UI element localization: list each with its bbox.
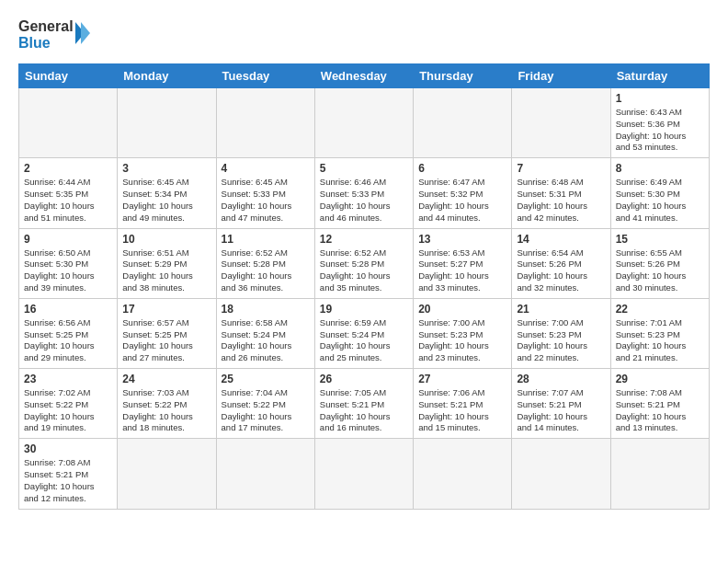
day-number: 27 (418, 373, 506, 385)
day-info: Sunrise: 7:00 AMSunset: 5:23 PMDaylight:… (418, 317, 506, 364)
calendar-cell: 9Sunrise: 6:50 AMSunset: 5:30 PMDaylight… (19, 228, 118, 298)
day-info: Sunrise: 7:01 AMSunset: 5:23 PMDaylight:… (616, 317, 704, 364)
day-number: 16 (24, 303, 112, 316)
day-info: Sunrise: 6:44 AMSunset: 5:35 PMDaylight:… (24, 177, 112, 224)
day-number: 28 (517, 373, 605, 385)
header: GeneralBlue (18, 15, 710, 56)
calendar-cell: 1Sunrise: 6:43 AMSunset: 5:36 PMDaylight… (610, 88, 709, 158)
calendar-cell (610, 439, 709, 509)
day-info: Sunrise: 6:49 AMSunset: 5:30 PMDaylight:… (616, 177, 704, 224)
calendar-cell: 29Sunrise: 7:08 AMSunset: 5:21 PMDayligh… (610, 369, 709, 439)
weekday-header-tuesday: Tuesday (216, 64, 314, 88)
calendar-cell: 18Sunrise: 6:58 AMSunset: 5:24 PMDayligh… (216, 298, 314, 368)
day-info: Sunrise: 7:05 AMSunset: 5:21 PMDaylight:… (320, 387, 408, 434)
calendar-cell (512, 439, 610, 509)
logo-area: GeneralBlue (18, 15, 92, 56)
day-info: Sunrise: 6:57 AMSunset: 5:25 PMDaylight:… (122, 317, 210, 364)
calendar-week-6: 30Sunrise: 7:08 AMSunset: 5:21 PMDayligh… (19, 439, 710, 509)
day-number: 5 (320, 162, 408, 175)
day-number: 26 (320, 373, 408, 385)
weekday-header-thursday: Thursday (414, 64, 512, 88)
calendar-cell: 20Sunrise: 7:00 AMSunset: 5:23 PMDayligh… (414, 298, 512, 368)
calendar-cell: 10Sunrise: 6:51 AMSunset: 5:29 PMDayligh… (118, 228, 216, 298)
calendar-cell: 5Sunrise: 6:46 AMSunset: 5:33 PMDaylight… (314, 158, 413, 228)
calendar-cell: 7Sunrise: 6:48 AMSunset: 5:31 PMDaylight… (512, 158, 610, 228)
day-info: Sunrise: 7:04 AMSunset: 5:22 PMDaylight:… (222, 387, 310, 434)
day-info: Sunrise: 6:53 AMSunset: 5:27 PMDaylight:… (418, 247, 506, 294)
calendar-cell (314, 439, 413, 509)
day-number: 22 (616, 303, 704, 316)
calendar-cell (118, 88, 216, 158)
calendar-cell (216, 88, 314, 158)
day-number: 19 (320, 303, 408, 316)
calendar-cell (314, 88, 413, 158)
day-number: 8 (616, 162, 704, 175)
calendar-cell: 17Sunrise: 6:57 AMSunset: 5:25 PMDayligh… (118, 298, 216, 368)
calendar-week-4: 16Sunrise: 6:56 AMSunset: 5:25 PMDayligh… (19, 298, 710, 368)
day-info: Sunrise: 6:47 AMSunset: 5:32 PMDaylight:… (418, 177, 506, 224)
day-number: 24 (122, 373, 210, 385)
calendar-cell: 30Sunrise: 7:08 AMSunset: 5:21 PMDayligh… (19, 439, 118, 509)
day-info: Sunrise: 6:52 AMSunset: 5:28 PMDaylight:… (222, 247, 310, 294)
calendar-cell: 25Sunrise: 7:04 AMSunset: 5:22 PMDayligh… (216, 369, 314, 439)
day-info: Sunrise: 6:45 AMSunset: 5:34 PMDaylight:… (122, 177, 210, 224)
day-number: 18 (222, 303, 310, 316)
calendar-cell: 13Sunrise: 6:53 AMSunset: 5:27 PMDayligh… (414, 228, 512, 298)
calendar-cell: 21Sunrise: 7:00 AMSunset: 5:23 PMDayligh… (512, 298, 610, 368)
weekday-header-saturday: Saturday (610, 64, 709, 88)
day-info: Sunrise: 6:46 AMSunset: 5:33 PMDaylight:… (320, 177, 408, 224)
calendar-table: SundayMondayTuesdayWednesdayThursdayFrid… (18, 63, 710, 510)
day-number: 20 (418, 303, 506, 316)
day-info: Sunrise: 7:02 AMSunset: 5:22 PMDaylight:… (24, 387, 112, 434)
day-info: Sunrise: 6:48 AMSunset: 5:31 PMDaylight:… (517, 177, 605, 224)
calendar-week-5: 23Sunrise: 7:02 AMSunset: 5:22 PMDayligh… (19, 369, 710, 439)
weekday-header-wednesday: Wednesday (314, 64, 413, 88)
day-number: 2 (24, 162, 112, 175)
calendar-cell (414, 88, 512, 158)
calendar-cell: 4Sunrise: 6:45 AMSunset: 5:33 PMDaylight… (216, 158, 314, 228)
day-info: Sunrise: 6:50 AMSunset: 5:30 PMDaylight:… (24, 247, 112, 294)
day-info: Sunrise: 7:08 AMSunset: 5:21 PMDaylight:… (616, 387, 704, 434)
day-info: Sunrise: 6:43 AMSunset: 5:36 PMDaylight:… (616, 107, 704, 154)
calendar-cell: 19Sunrise: 6:59 AMSunset: 5:24 PMDayligh… (314, 298, 413, 368)
day-number: 10 (122, 233, 210, 246)
weekday-header-monday: Monday (118, 64, 216, 88)
weekday-header-row: SundayMondayTuesdayWednesdayThursdayFrid… (19, 64, 710, 88)
calendar-cell: 11Sunrise: 6:52 AMSunset: 5:28 PMDayligh… (216, 228, 314, 298)
calendar-cell: 23Sunrise: 7:02 AMSunset: 5:22 PMDayligh… (19, 369, 118, 439)
day-number: 7 (517, 162, 605, 175)
day-info: Sunrise: 7:03 AMSunset: 5:22 PMDaylight:… (122, 387, 210, 434)
calendar-cell (512, 88, 610, 158)
day-number: 6 (418, 162, 506, 175)
calendar-cell: 14Sunrise: 6:54 AMSunset: 5:26 PMDayligh… (512, 228, 610, 298)
calendar-week-3: 9Sunrise: 6:50 AMSunset: 5:30 PMDaylight… (19, 228, 710, 298)
day-info: Sunrise: 6:58 AMSunset: 5:24 PMDaylight:… (222, 317, 310, 364)
day-info: Sunrise: 7:07 AMSunset: 5:21 PMDaylight:… (517, 387, 605, 434)
calendar-cell: 12Sunrise: 6:52 AMSunset: 5:28 PMDayligh… (314, 228, 413, 298)
day-info: Sunrise: 6:45 AMSunset: 5:33 PMDaylight:… (222, 177, 310, 224)
calendar-week-2: 2Sunrise: 6:44 AMSunset: 5:35 PMDaylight… (19, 158, 710, 228)
calendar-cell: 8Sunrise: 6:49 AMSunset: 5:30 PMDaylight… (610, 158, 709, 228)
day-number: 15 (616, 233, 704, 246)
day-info: Sunrise: 7:00 AMSunset: 5:23 PMDaylight:… (517, 317, 605, 364)
calendar-cell: 27Sunrise: 7:06 AMSunset: 5:21 PMDayligh… (414, 369, 512, 439)
day-number: 9 (24, 233, 112, 246)
generalblue-logo: GeneralBlue (18, 15, 92, 56)
weekday-header-friday: Friday (512, 64, 610, 88)
svg-marker-3 (81, 22, 90, 44)
day-info: Sunrise: 6:56 AMSunset: 5:25 PMDaylight:… (24, 317, 112, 364)
calendar-cell (118, 439, 216, 509)
day-info: Sunrise: 7:06 AMSunset: 5:21 PMDaylight:… (418, 387, 506, 434)
calendar-cell: 6Sunrise: 6:47 AMSunset: 5:32 PMDaylight… (414, 158, 512, 228)
day-info: Sunrise: 6:55 AMSunset: 5:26 PMDaylight:… (616, 247, 704, 294)
calendar-cell (19, 88, 118, 158)
calendar-cell: 22Sunrise: 7:01 AMSunset: 5:23 PMDayligh… (610, 298, 709, 368)
calendar-cell: 24Sunrise: 7:03 AMSunset: 5:22 PMDayligh… (118, 369, 216, 439)
day-number: 12 (320, 233, 408, 246)
day-number: 4 (222, 162, 310, 175)
day-info: Sunrise: 6:52 AMSunset: 5:28 PMDaylight:… (320, 247, 408, 294)
day-number: 1 (616, 92, 704, 105)
calendar-cell: 26Sunrise: 7:05 AMSunset: 5:21 PMDayligh… (314, 369, 413, 439)
day-number: 21 (517, 303, 605, 316)
day-info: Sunrise: 7:08 AMSunset: 5:21 PMDaylight:… (24, 457, 112, 504)
